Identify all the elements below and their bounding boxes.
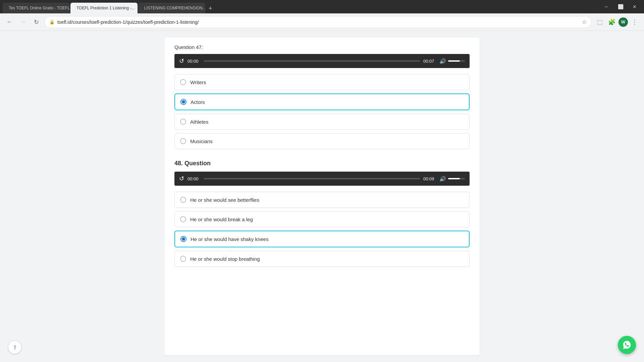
option-47-musicians[interactable]: Musicians bbox=[174, 133, 470, 149]
main-content: Question 47: ↺ 00:00 00:07 🔊 bbox=[164, 38, 480, 355]
radio-48-stop-breathing bbox=[180, 256, 186, 262]
minimize-button[interactable]: ─ bbox=[600, 0, 613, 13]
option-48-shaky-knees[interactable]: He or she would have shaky knees bbox=[174, 231, 470, 247]
url-text: toefl.id/courses/toefl-prediction-1/quiz… bbox=[57, 19, 579, 25]
nav-bar: ← → ↻ 🔒 toefl.id/courses/toefl-predictio… bbox=[0, 13, 644, 31]
audio-current-time-47: 00:00 bbox=[187, 59, 200, 64]
question-47: Question 47: ↺ 00:00 00:07 🔊 bbox=[174, 44, 470, 149]
radio-48-break-a-leg bbox=[180, 216, 186, 222]
back-button[interactable]: ← bbox=[4, 17, 15, 27]
option-47-writers-label: Writers bbox=[190, 79, 206, 85]
option-48-break-a-leg-label: He or she would break a leg bbox=[190, 217, 253, 222]
question-48-title: 48. Question bbox=[174, 160, 470, 167]
audio-replay-button-47[interactable]: ↺ bbox=[179, 57, 184, 65]
nav-right: ⬚ 🧩 W ⋮ bbox=[594, 17, 640, 27]
scroll-up-button[interactable]: ⇧ bbox=[8, 341, 21, 354]
volume-fill-48 bbox=[448, 178, 460, 179]
close-button[interactable]: ✕ bbox=[628, 0, 641, 13]
option-48-betterflies-label: He or she would see betterflies bbox=[190, 197, 259, 203]
whatsapp-icon bbox=[622, 340, 632, 350]
audio-total-time-48: 00:09 bbox=[423, 176, 436, 181]
option-47-athletes-label: Athletes bbox=[190, 119, 208, 125]
option-47-writers[interactable]: Writers bbox=[174, 74, 470, 90]
volume-area-47: 🔊 bbox=[439, 58, 465, 64]
option-47-actors-label: Actors bbox=[191, 99, 205, 105]
mute-button-47[interactable]: 🔊 bbox=[439, 58, 446, 64]
screenshot-button[interactable]: ⬚ bbox=[594, 17, 605, 27]
window-controls: ─ ⬜ ✕ bbox=[600, 0, 641, 13]
audio-player-47: ↺ 00:00 00:07 🔊 bbox=[174, 54, 470, 68]
audio-track-48[interactable] bbox=[204, 178, 420, 179]
title-bar: Tes TOEFL Online Gratis - TOEFL... ✕ TOE… bbox=[0, 0, 644, 13]
volume-track-48[interactable] bbox=[448, 178, 465, 179]
volume-fill-47 bbox=[448, 60, 460, 62]
radio-47-musicians bbox=[180, 138, 186, 144]
menu-button[interactable]: ⋮ bbox=[629, 17, 640, 27]
tab-label-3: LISTENING COMPREHENSION... bbox=[144, 6, 205, 10]
radio-47-athletes bbox=[180, 119, 186, 125]
page-content: Question 47: ↺ 00:00 00:07 🔊 bbox=[0, 31, 644, 362]
browser-frame: Tes TOEFL Online Gratis - TOEFL... ✕ TOE… bbox=[0, 0, 644, 362]
tabs-area: Tes TOEFL Online Gratis - TOEFL... ✕ TOE… bbox=[3, 0, 600, 13]
option-48-stop-breathing-label: He or she would stop breathing bbox=[190, 256, 260, 262]
forward-button[interactable]: → bbox=[17, 17, 28, 27]
tab-listening-comprehension[interactable]: LISTENING COMPREHENSION... ✕ bbox=[138, 3, 205, 13]
radio-inner-47-actors bbox=[182, 100, 185, 104]
option-48-break-a-leg[interactable]: He or she would break a leg bbox=[174, 211, 470, 227]
tab-label-1: Tes TOEFL Online Gratis - TOEFL... bbox=[9, 6, 70, 10]
bookmark-icon[interactable]: ☆ bbox=[582, 19, 587, 25]
new-tab-button[interactable]: + bbox=[206, 4, 215, 13]
profile-avatar[interactable]: W bbox=[619, 17, 628, 27]
volume-track-47[interactable] bbox=[448, 60, 465, 62]
extensions-button[interactable]: 🧩 bbox=[606, 17, 617, 27]
whatsapp-fab[interactable] bbox=[618, 336, 636, 354]
audio-player-48: ↺ 00:00 00:09 🔊 bbox=[174, 172, 470, 186]
question-48: 48. Question ↺ 00:00 00:09 🔊 bbox=[174, 160, 470, 267]
radio-inner-48-shaky-knees bbox=[182, 237, 185, 241]
tab-tes-toefl[interactable]: Tes TOEFL Online Gratis - TOEFL... ✕ bbox=[3, 3, 70, 13]
radio-48-betterflies bbox=[180, 197, 186, 203]
audio-current-time-48: 00:00 bbox=[187, 176, 200, 181]
audio-total-time-47: 00:07 bbox=[423, 59, 436, 64]
option-48-shaky-knees-label: He or she would have shaky knees bbox=[191, 236, 269, 242]
option-47-actors[interactable]: Actors bbox=[174, 94, 470, 110]
lock-icon: 🔒 bbox=[49, 19, 55, 24]
audio-replay-button-48[interactable]: ↺ bbox=[179, 175, 184, 182]
options-list-48: He or she would see betterflies He or sh… bbox=[174, 192, 470, 267]
radio-48-shaky-knees bbox=[180, 236, 186, 242]
question-47-label: Question 47: bbox=[174, 44, 470, 50]
option-47-musicians-label: Musicians bbox=[190, 138, 213, 144]
option-47-athletes[interactable]: Athletes bbox=[174, 114, 470, 130]
chevron-up-icon: ⇧ bbox=[13, 344, 17, 351]
radio-47-writers bbox=[180, 79, 186, 85]
audio-track-47[interactable] bbox=[204, 60, 420, 62]
tab-label-2: TOEFL Prediction 1 Listening -... bbox=[76, 6, 135, 10]
radio-47-actors bbox=[180, 99, 186, 105]
option-48-betterflies[interactable]: He or she would see betterflies bbox=[174, 192, 470, 208]
option-48-stop-breathing[interactable]: He or she would stop breathing bbox=[174, 251, 470, 267]
refresh-button[interactable]: ↻ bbox=[31, 17, 42, 27]
tab-toefl-prediction[interactable]: TOEFL Prediction 1 Listening -... ✕ bbox=[70, 3, 138, 13]
maximize-button[interactable]: ⬜ bbox=[614, 0, 627, 13]
mute-button-48[interactable]: 🔊 bbox=[439, 176, 446, 182]
options-list-47: Writers Actors Athletes Musicia bbox=[174, 74, 470, 149]
address-bar[interactable]: 🔒 toefl.id/courses/toefl-prediction-1/qu… bbox=[44, 16, 592, 28]
volume-area-48: 🔊 bbox=[439, 176, 465, 182]
